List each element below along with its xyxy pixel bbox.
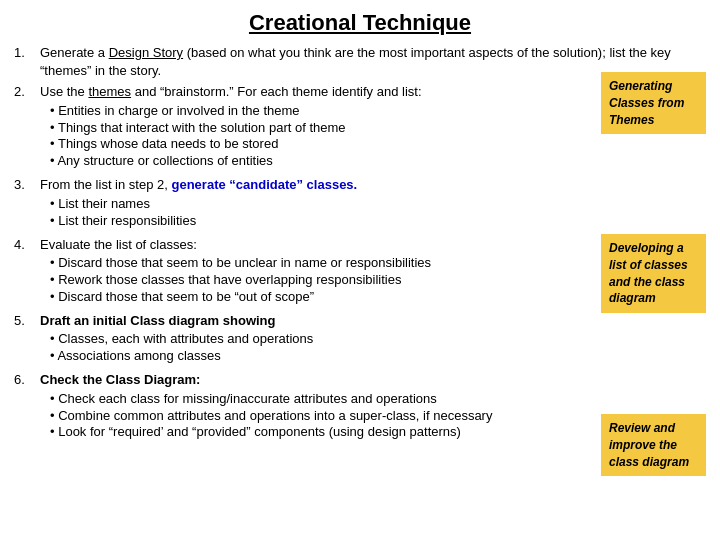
step-5: 5. Draft an initial Class diagram showin… bbox=[14, 312, 706, 367]
step-body-5: Draft an initial Class diagram showing C… bbox=[40, 312, 706, 367]
step-6-bullet-1: Check each class for missing/inaccurate … bbox=[50, 391, 706, 408]
step-3-bullet-1: List their names bbox=[50, 196, 706, 213]
step-5-bullet-1: Classes, each with attributes and operat… bbox=[50, 331, 706, 348]
step-num-6: 6. bbox=[14, 371, 40, 443]
note-review-improve: Review and improve the class diagram bbox=[601, 414, 706, 476]
main-content: 1. Generate a Design Story (based on wha… bbox=[14, 44, 706, 443]
note-generating-classes: Generating Classes from Themes bbox=[601, 72, 706, 134]
page-title: Creational Technique bbox=[14, 10, 706, 36]
step-5-title: Draft an initial Class diagram showing bbox=[40, 313, 276, 328]
step-body-3: From the list in step 2, generate “candi… bbox=[40, 176, 706, 231]
step-5-bullet-2: Associations among classes bbox=[50, 348, 706, 365]
step-3-bullets: List their names List their responsibili… bbox=[50, 196, 706, 230]
step-3: 3. From the list in step 2, generate “ca… bbox=[14, 176, 706, 231]
note-developing-list: Developing a list of classes and the cla… bbox=[601, 234, 706, 313]
step-num-2: 2. bbox=[14, 83, 40, 172]
design-story-link: Design Story bbox=[109, 45, 183, 60]
themes-underline: themes bbox=[88, 84, 131, 99]
step-5-bullets: Classes, each with attributes and operat… bbox=[50, 331, 706, 365]
step-3-highlight: generate “candidate” classes. bbox=[172, 177, 358, 192]
step-num-3: 3. bbox=[14, 176, 40, 231]
step-num-1: 1. bbox=[14, 44, 40, 79]
step-num-5: 5. bbox=[14, 312, 40, 367]
step-3-bullet-2: List their responsibilities bbox=[50, 213, 706, 230]
step-2-bullet-3: Things whose data needs to be stored bbox=[50, 136, 706, 153]
step-num-4: 4. bbox=[14, 236, 40, 308]
step-2-bullet-4: Any structure or collections of entities bbox=[50, 153, 706, 170]
step-6-title: Check the Class Diagram: bbox=[40, 372, 200, 387]
